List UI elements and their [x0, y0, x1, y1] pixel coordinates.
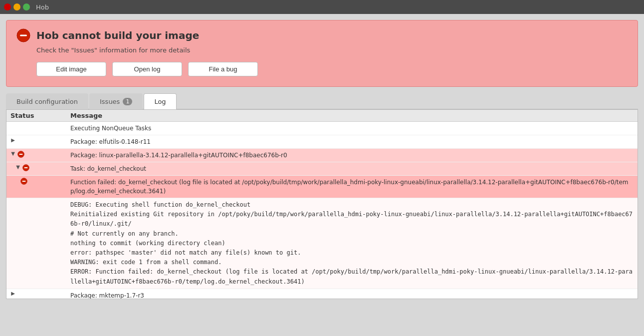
main-content: Hob cannot build your image Check the "I… [0, 14, 644, 336]
close-button[interactable] [4, 3, 11, 10]
tab-build-configuration[interactable]: Build configuration [6, 93, 88, 109]
titlebar: Hob [0, 0, 644, 14]
message-cell: Package: mktemp-1.7-r3 [66, 289, 638, 299]
expand-arrow-icon[interactable]: ▼ [15, 164, 20, 169]
expand-arrow-icon[interactable]: ▶ [10, 137, 15, 142]
error-subtitle: Check the "Issues" information for more … [36, 46, 628, 54]
expand-arrow-icon[interactable]: ▼ [10, 151, 15, 156]
file-bug-button[interactable]: File a bug [188, 62, 258, 76]
table-row: Function failed: do_kernel_checkout (log… [6, 176, 638, 198]
table-row: DEBUG: Executing shell function do_kerne… [6, 198, 638, 289]
message-column-header: Message [70, 112, 634, 119]
message-cell: Package: elfutils-0.148-r11 [66, 135, 638, 148]
tab-log[interactable]: Log [144, 93, 176, 109]
table-row: ▶ Package: mktemp-1.7-r3 [6, 289, 638, 299]
error-buttons: Edit image Open log File a bug [36, 62, 628, 76]
window-title: Hob [36, 3, 49, 11]
titlebar-buttons [4, 3, 30, 10]
message-cell: Package: linux-parallella-3.14.12-parall… [66, 149, 638, 162]
status-column-header: Status [10, 112, 70, 119]
message-cell: DEBUG: Executing shell function do_kerne… [66, 198, 638, 289]
status-cell: ▶ [6, 135, 66, 144]
table-row: ▼ Task: do_kernel_checkout [6, 162, 638, 176]
error-title: Hob cannot build your image [36, 29, 199, 41]
table-row: ▼ Package: linux-parallella-3.14.12-para… [6, 149, 638, 162]
table-header: Status Message [6, 110, 638, 122]
svg-rect-1 [20, 35, 27, 36]
status-cell: ▼ [6, 149, 66, 160]
tabs-container: Build configuration Issues 1 Log [6, 93, 638, 109]
edit-image-button[interactable]: Edit image [36, 62, 106, 76]
svg-rect-7 [22, 181, 26, 182]
message-cell: Function failed: do_kernel_checkout (log… [66, 176, 638, 198]
table-row: ▶ Package: elfutils-0.148-r11 [6, 135, 638, 149]
error-header: Hob cannot build your image [16, 28, 628, 42]
stop-icon [22, 164, 29, 171]
tab-issues[interactable]: Issues 1 [89, 93, 143, 109]
issues-badge: 1 [123, 98, 132, 105]
status-cell [6, 176, 66, 187]
minimize-button[interactable] [13, 3, 20, 10]
message-cell: Task: do_kernel_checkout [66, 162, 638, 175]
stop-icon [20, 178, 27, 185]
open-log-button[interactable]: Open log [112, 62, 182, 76]
message-cell: Executing NonQueue Tasks [66, 122, 638, 135]
log-table[interactable]: Status Message Executing NonQueue Tasks … [6, 109, 638, 299]
maximize-button[interactable] [23, 3, 30, 10]
status-cell: ▼ [6, 162, 66, 173]
svg-rect-3 [19, 154, 23, 155]
status-cell [6, 122, 66, 126]
error-icon [16, 28, 30, 42]
status-cell: ▶ [6, 289, 66, 298]
stop-icon [17, 151, 24, 158]
svg-rect-5 [24, 167, 28, 168]
error-banner: Hob cannot build your image Check the "I… [6, 20, 638, 87]
table-row: Executing NonQueue Tasks [6, 122, 638, 135]
status-cell [6, 198, 66, 202]
expand-arrow-icon[interactable]: ▶ [10, 291, 15, 296]
